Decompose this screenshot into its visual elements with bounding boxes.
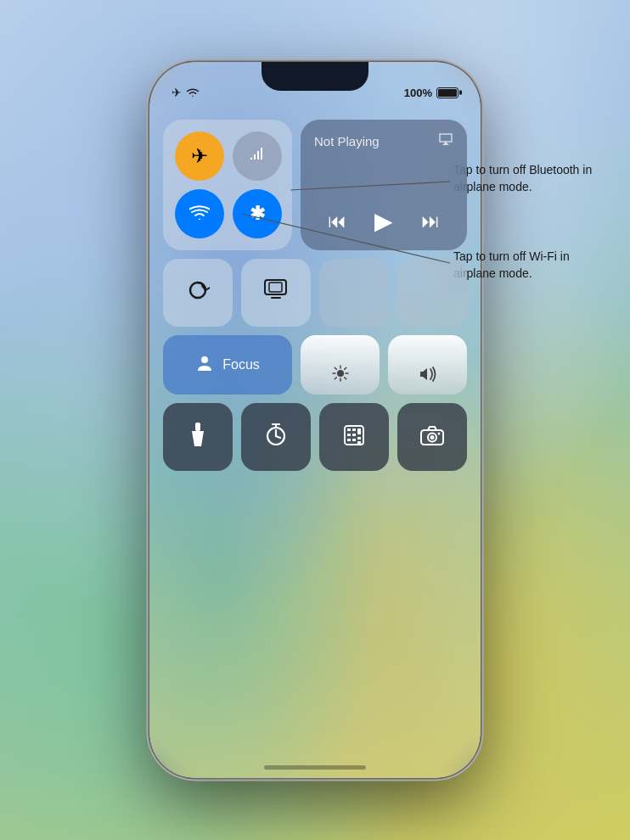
- svg-rect-25: [347, 439, 351, 441]
- control-center: ✈: [163, 120, 467, 471]
- timer-icon: [265, 423, 287, 452]
- now-playing-title: Not Playing: [314, 134, 380, 148]
- flashlight-button[interactable]: [163, 403, 233, 471]
- notch: [262, 62, 368, 91]
- play-button[interactable]: ▶: [368, 204, 400, 238]
- bluetooth-button[interactable]: ✱: [233, 189, 282, 238]
- svg-line-12: [344, 367, 346, 369]
- media-controls: ⏮ ▶ ⏭: [314, 204, 453, 238]
- volume-icon: [419, 367, 437, 386]
- cellular-icon: [248, 145, 267, 167]
- flashlight-icon: [188, 423, 207, 451]
- svg-point-32: [438, 433, 441, 435]
- svg-line-16: [276, 436, 280, 438]
- svg-line-10: [344, 378, 346, 379]
- phone-frame: ✈ 100%: [149, 62, 481, 778]
- screen-mirror-button[interactable]: [241, 259, 311, 327]
- extra-button-2[interactable]: [397, 259, 467, 327]
- volume-slider[interactable]: [388, 335, 467, 395]
- bluetooth-annotation-text: Tap to turn off Bluetooth in airplane mo…: [453, 163, 592, 193]
- svg-rect-22: [357, 428, 361, 434]
- airplane-icon: ✈: [191, 144, 208, 168]
- bluetooth-icon: ✱: [250, 203, 265, 225]
- calculator-icon: [344, 425, 364, 449]
- wifi-annotation: Tap to turn off Wi-Fi in airplane mode.: [453, 248, 602, 283]
- screen-rotation-icon: [186, 278, 210, 307]
- rewind-button[interactable]: ⏮: [321, 207, 353, 236]
- screen-mirror-icon: [264, 279, 288, 306]
- airplane-mode-button[interactable]: ✈: [175, 132, 224, 181]
- home-indicator: [264, 765, 366, 770]
- status-left: ✈: [172, 86, 200, 99]
- timer-button[interactable]: [241, 403, 311, 471]
- status-right: 100%: [404, 87, 458, 99]
- airplay-icon[interactable]: [438, 132, 453, 150]
- bottom-row: [163, 403, 467, 471]
- calculator-button[interactable]: [319, 403, 389, 471]
- svg-rect-13: [195, 423, 200, 431]
- camera-button[interactable]: [397, 403, 467, 471]
- top-row: ✈: [163, 120, 467, 250]
- svg-rect-21: [352, 428, 356, 431]
- svg-line-11: [335, 378, 336, 379]
- cellular-button[interactable]: [233, 132, 282, 181]
- svg-rect-20: [347, 428, 351, 431]
- svg-point-4: [337, 370, 344, 377]
- svg-rect-26: [352, 439, 356, 441]
- wifi-annotation-text: Tap to turn off Wi-Fi in airplane mode.: [453, 249, 570, 280]
- svg-point-31: [430, 435, 435, 440]
- extra-button-1[interactable]: [319, 259, 389, 327]
- connectivity-group: ✈: [163, 120, 292, 250]
- screen-rotation-button[interactable]: [163, 259, 233, 327]
- camera-icon: [420, 425, 444, 449]
- brightness-icon: [332, 365, 349, 386]
- second-row: [163, 259, 467, 327]
- airplane-mode-icon: ✈: [172, 86, 182, 99]
- svg-rect-23: [347, 434, 351, 436]
- svg-rect-24: [352, 434, 356, 436]
- wifi-icon: [189, 204, 210, 223]
- brightness-slider[interactable]: [301, 335, 380, 395]
- fast-forward-button[interactable]: ⏭: [414, 207, 447, 236]
- now-playing-widget[interactable]: Not Playing ⏮ ▶ ⏭: [301, 120, 467, 250]
- svg-line-9: [335, 367, 336, 369]
- wifi-button[interactable]: [175, 189, 224, 238]
- svg-rect-27: [357, 437, 361, 440]
- now-playing-header: Not Playing: [314, 132, 453, 150]
- wifi-status-icon: [186, 87, 200, 99]
- bluetooth-annotation: Tap to turn off Bluetooth in airplane mo…: [453, 161, 602, 196]
- battery-percent: 100%: [404, 87, 432, 99]
- battery-icon: [436, 87, 458, 98]
- svg-point-3: [201, 356, 208, 363]
- svg-rect-2: [269, 283, 282, 292]
- svg-rect-28: [357, 441, 361, 444]
- focus-button[interactable]: Focus: [163, 335, 292, 395]
- focus-row: Focus: [163, 335, 467, 395]
- focus-label: Focus: [222, 357, 260, 372]
- focus-person-icon: [195, 354, 214, 377]
